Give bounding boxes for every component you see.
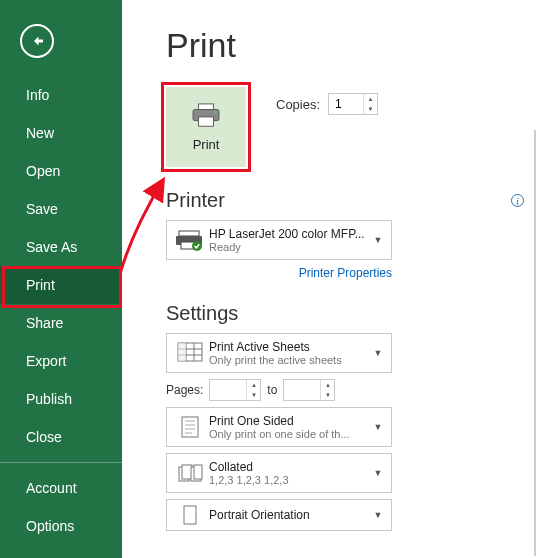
setting-sides-title: Print One Sided (209, 414, 371, 428)
setting-sides-sub: Only print on one side of th... (209, 428, 371, 440)
nav-close[interactable]: Close (0, 418, 122, 456)
setting-orient-title: Portrait Orientation (209, 508, 371, 522)
pages-to-down[interactable]: ▼ (321, 390, 334, 400)
nav-save-as[interactable]: Save As (0, 228, 122, 266)
chevron-down-icon: ▼ (371, 468, 385, 478)
pages-row: Pages: ▲▼ to ▲▼ (166, 379, 392, 401)
svg-rect-0 (199, 103, 214, 109)
pages-label: Pages: (166, 383, 203, 397)
back-button[interactable] (20, 24, 54, 58)
svg-rect-23 (184, 506, 196, 524)
copies-row: Copies: ▲ ▼ (276, 93, 378, 115)
printer-heading: Printer (166, 189, 225, 212)
pages-from-input[interactable] (210, 383, 246, 397)
nav-save[interactable]: Save (0, 190, 122, 228)
setting-orientation-dropdown[interactable]: Portrait Orientation ▼ (166, 499, 392, 531)
svg-rect-4 (179, 231, 199, 236)
backstage-sidebar: Info New Open Save Save As Print Share E… (0, 0, 122, 558)
portrait-icon (175, 504, 205, 526)
copies-spinner[interactable]: ▲ ▼ (328, 93, 378, 115)
nav-export[interactable]: Export (0, 342, 122, 380)
pages-to-label: to (267, 383, 277, 397)
pages-to-up[interactable]: ▲ (321, 380, 334, 390)
page-title: Print (166, 26, 542, 65)
svg-rect-14 (182, 417, 198, 437)
setting-scope-title: Print Active Sheets (209, 340, 371, 354)
chevron-down-icon: ▼ (371, 422, 385, 432)
setting-collate-sub: 1,2,3 1,2,3 1,2,3 (209, 474, 371, 486)
printer-name: HP LaserJet 200 color MFP... (209, 227, 371, 241)
copies-down[interactable]: ▼ (364, 104, 377, 114)
copies-up[interactable]: ▲ (364, 94, 377, 104)
printer-dropdown[interactable]: HP LaserJet 200 color MFP... Ready ▼ (166, 220, 392, 260)
nav-account[interactable]: Account (0, 469, 122, 507)
nav-options[interactable]: Options (0, 507, 122, 545)
setting-collate-title: Collated (209, 460, 371, 474)
chevron-down-icon: ▼ (371, 510, 385, 520)
setting-scope-dropdown[interactable]: Print Active Sheets Only print the activ… (166, 333, 392, 373)
pages-from-down[interactable]: ▼ (247, 390, 260, 400)
svg-rect-2 (199, 116, 214, 125)
collated-icon (175, 462, 205, 484)
nav-share[interactable]: Share (0, 304, 122, 342)
printer-icon (191, 103, 221, 129)
setting-sides-dropdown[interactable]: Print One Sided Only print on one side o… (166, 407, 392, 447)
setting-scope-sub: Only print the active sheets (209, 354, 371, 366)
chevron-down-icon: ▼ (371, 235, 385, 245)
setting-collate-dropdown[interactable]: Collated 1,2,3 1,2,3 1,2,3 ▼ (166, 453, 392, 493)
printer-status: Ready (209, 241, 371, 253)
settings-heading: Settings (166, 302, 542, 325)
print-button-label: Print (193, 137, 220, 152)
printer-ready-icon (175, 229, 205, 251)
nav-divider (0, 462, 122, 463)
print-backstage-main: Print Print Copies: ▲ ▼ Printer (122, 0, 542, 558)
copies-input[interactable] (329, 97, 363, 111)
printer-heading-row: Printer i (166, 189, 542, 212)
print-button[interactable]: Print (166, 87, 246, 167)
pages-from-up[interactable]: ▲ (247, 380, 260, 390)
preview-divider (534, 130, 536, 556)
svg-rect-13 (178, 343, 186, 361)
copies-label: Copies: (276, 97, 320, 112)
svg-point-3 (214, 110, 217, 113)
nav-info[interactable]: Info (0, 76, 122, 114)
nav-open[interactable]: Open (0, 152, 122, 190)
nav-publish[interactable]: Publish (0, 380, 122, 418)
nav-new[interactable]: New (0, 114, 122, 152)
pages-to-input[interactable] (284, 383, 320, 397)
printer-info-icon[interactable]: i (511, 194, 524, 207)
pages-from-spinner[interactable]: ▲▼ (209, 379, 261, 401)
arrow-left-icon (28, 32, 46, 50)
nav-print[interactable]: Print (0, 266, 122, 304)
one-sided-icon (175, 415, 205, 439)
svg-rect-22 (194, 465, 202, 479)
pages-to-spinner[interactable]: ▲▼ (283, 379, 335, 401)
printer-properties-link[interactable]: Printer Properties (166, 266, 392, 280)
sheets-icon (175, 342, 205, 364)
chevron-down-icon: ▼ (371, 348, 385, 358)
